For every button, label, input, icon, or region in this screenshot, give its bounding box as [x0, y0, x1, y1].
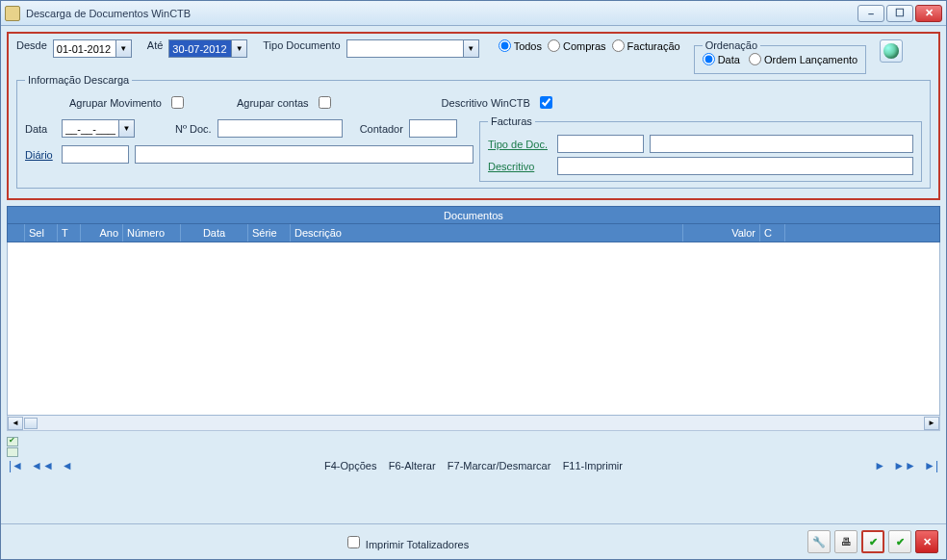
- maximize-button[interactable]: ☐: [886, 5, 913, 22]
- info-left-col: Data ▼ Nº Doc. Contador: [25, 115, 474, 164]
- radio-todos-input[interactable]: [499, 39, 511, 52]
- globe-icon: [883, 43, 899, 59]
- chevron-down-icon[interactable]: ▼: [115, 40, 131, 57]
- ordenacao-group: Ordenação Data Ordem Lançamento: [694, 39, 867, 74]
- col-descricao[interactable]: Descrição: [291, 224, 683, 242]
- scroll-left-icon[interactable]: ◄: [8, 417, 23, 430]
- printer-icon: 🖶: [841, 536, 852, 547]
- selection-toggle-icons[interactable]: [7, 437, 18, 457]
- data-combo[interactable]: ▼: [62, 119, 135, 138]
- chevron-down-icon[interactable]: ▼: [463, 40, 478, 57]
- app-icon: [5, 6, 20, 21]
- agrupar-movimento-checkbox[interactable]: [171, 96, 184, 109]
- prev-page-icon[interactable]: ◄◄: [29, 459, 56, 472]
- diario-desc-input[interactable]: [135, 145, 474, 164]
- radio-ord-ordem-input[interactable]: [749, 53, 761, 65]
- ate-input[interactable]: [169, 40, 231, 57]
- col-c[interactable]: C: [760, 224, 785, 242]
- last-record-icon[interactable]: ►|: [922, 459, 940, 472]
- facturas-legend: Facturas: [488, 115, 535, 127]
- check-icon: ✔: [896, 536, 905, 548]
- data-input[interactable]: [63, 120, 118, 137]
- ate-label: Até: [147, 39, 164, 51]
- hint-f11: F11-Imprimir: [563, 460, 623, 471]
- radio-ord-data[interactable]: Data: [703, 53, 740, 65]
- nav-row: |◄ ◄◄ ◄ F4-Opções F6-Alterar F7-Marcar/D…: [7, 459, 940, 472]
- grid-body[interactable]: [7, 242, 940, 416]
- agrupar-movimento-label: Agrupar Movimento: [69, 97, 162, 109]
- check-all-icon[interactable]: [7, 437, 18, 446]
- refresh-button[interactable]: [880, 39, 903, 63]
- col-sel[interactable]: Sel: [25, 224, 58, 242]
- desde-combo[interactable]: ▼: [53, 39, 132, 58]
- window-controls: – ☐ ✕: [857, 5, 942, 22]
- imprimir-totalizadores-checkbox[interactable]: [347, 536, 360, 548]
- info-descarga-group: Informação Descarga Agrupar Movimento Ag…: [16, 74, 931, 189]
- window-title: Descarga de Documentos WinCTB: [26, 8, 857, 19]
- tipo-documento-combo[interactable]: ▼: [346, 39, 479, 58]
- confirm-button[interactable]: ✔: [861, 530, 884, 553]
- descritivo-winctb-checkbox[interactable]: [540, 96, 552, 109]
- col-t[interactable]: T: [58, 224, 81, 242]
- grid-header: Sel T Ano Número Data Série Descrição Va…: [7, 223, 940, 242]
- desde-input[interactable]: [54, 40, 115, 57]
- diario-link[interactable]: Diário: [25, 149, 56, 161]
- radio-todos-label: Todos: [514, 40, 542, 52]
- col-serie[interactable]: Série: [248, 224, 291, 242]
- radio-ord-ordem-label: Ordem Lançamento: [764, 54, 857, 65]
- radio-todos[interactable]: Todos: [499, 39, 542, 52]
- close-button[interactable]: ✕: [915, 5, 942, 22]
- horizontal-scrollbar[interactable]: ◄ ►: [7, 416, 940, 431]
- col-ano[interactable]: Ano: [81, 224, 123, 242]
- bottom-bar: Imprimir Totalizadores 🔧 🖶 ✔ ✔ ✕: [1, 523, 946, 559]
- tipo-documento-input[interactable]: [347, 40, 463, 57]
- filter-panel: Desde ▼ Até ▼ Tipo Documento ▼ Tod: [7, 32, 940, 200]
- info-descarga-legend: Informação Descarga: [25, 74, 132, 86]
- descritivo-input[interactable]: [557, 157, 913, 175]
- minimize-button[interactable]: –: [857, 5, 884, 22]
- shortcut-hints: F4-Opções F6-Alterar F7-Marcar/Desmarcar…: [79, 460, 869, 471]
- ate-combo[interactable]: ▼: [168, 39, 247, 58]
- uncheck-all-icon[interactable]: [7, 447, 18, 457]
- tipo-doc-desc-input[interactable]: [650, 135, 913, 153]
- next-record-icon[interactable]: ►: [872, 459, 887, 472]
- radio-compras-input[interactable]: [548, 39, 560, 52]
- radio-facturacao[interactable]: Facturação: [612, 39, 680, 52]
- chevron-down-icon[interactable]: ▼: [231, 40, 246, 57]
- contador-input[interactable]: [409, 119, 457, 138]
- info-row-1: Agrupar Movimento Agrupar contas Descrit…: [25, 93, 922, 112]
- descritivo-winctb-label: Descritivo WinCTB: [442, 97, 530, 109]
- col-extra[interactable]: [785, 224, 939, 242]
- scroll-right-icon[interactable]: ►: [924, 417, 939, 430]
- agrupar-contas-label: Agrupar contas: [237, 97, 309, 109]
- radio-ord-data-input[interactable]: [703, 53, 715, 65]
- check-icon: ✔: [869, 536, 878, 548]
- ndoc-input[interactable]: [218, 119, 343, 138]
- col-data[interactable]: Data: [181, 224, 248, 242]
- tipo-doc-link[interactable]: Tipo de Doc.: [488, 139, 551, 150]
- scroll-thumb[interactable]: [24, 418, 38, 429]
- cancel-button[interactable]: ✕: [915, 530, 938, 553]
- first-record-icon[interactable]: |◄: [7, 459, 25, 472]
- apply-button[interactable]: ✔: [888, 530, 911, 553]
- descritivo-link[interactable]: Descritivo: [488, 161, 551, 172]
- radio-compras[interactable]: Compras: [548, 39, 606, 52]
- data-label: Data: [25, 123, 56, 135]
- radio-facturacao-input[interactable]: [612, 39, 625, 52]
- settings-button[interactable]: 🔧: [807, 530, 831, 553]
- col-blank[interactable]: [8, 224, 25, 242]
- agrupar-contas-checkbox[interactable]: [319, 96, 331, 109]
- radio-ord-ordem[interactable]: Ordem Lançamento: [749, 53, 857, 65]
- wrench-icon: 🔧: [812, 536, 826, 548]
- next-page-icon[interactable]: ►►: [891, 459, 918, 472]
- hint-f6: F6-Alterar: [389, 460, 436, 471]
- ndoc-label: Nº Doc.: [175, 123, 212, 135]
- tipo-doc-code-input[interactable]: [557, 135, 644, 153]
- app-window: Descarga de Documentos WinCTB – ☐ ✕ Desd…: [0, 0, 947, 560]
- diario-code-input[interactable]: [62, 145, 129, 164]
- chevron-down-icon[interactable]: ▼: [118, 120, 134, 137]
- print-button[interactable]: 🖶: [834, 530, 857, 553]
- col-numero[interactable]: Número: [123, 224, 181, 242]
- prev-record-icon[interactable]: ◄: [60, 459, 75, 472]
- col-valor[interactable]: Valor: [683, 224, 760, 242]
